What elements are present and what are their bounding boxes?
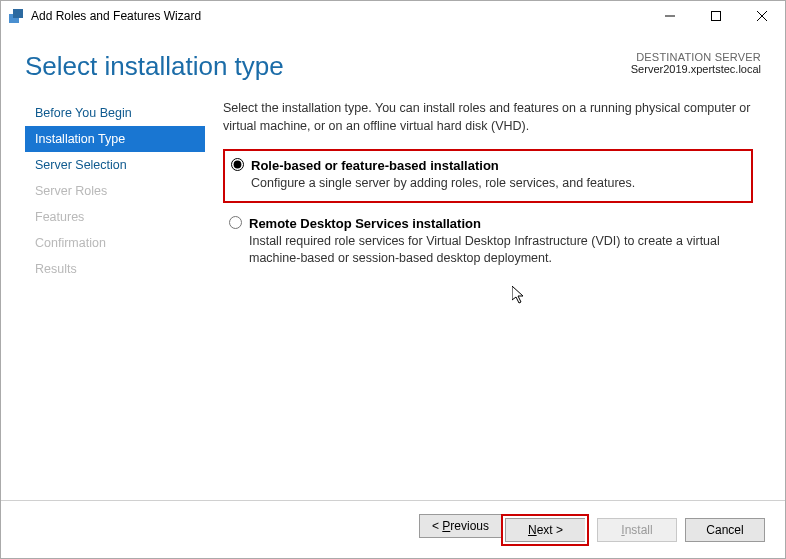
footer: < Previous Next > Install Cancel [1,500,785,558]
destination-server: Server2019.xpertstec.local [631,63,761,75]
destination-info: DESTINATION SERVER Server2019.xpertstec.… [631,51,761,75]
destination-label: DESTINATION SERVER [631,51,761,63]
option-desc: Configure a single server by adding role… [251,175,741,193]
option-desc: Install required role services for Virtu… [249,233,743,268]
sidebar: Before You Begin Installation Type Serve… [25,94,205,500]
intro-text: Select the installation type. You can in… [223,100,753,135]
install-button: Install [597,518,677,542]
titlebar: Add Roles and Features Wizard [1,1,785,31]
option-title: Remote Desktop Services installation [249,215,743,233]
wizard-window: Add Roles and Features Wizard Select ins… [0,0,786,559]
sidebar-item-installation-type[interactable]: Installation Type [25,126,205,152]
svg-rect-3 [712,12,721,21]
option-title: Role-based or feature-based installation [251,157,741,175]
option-text: Role-based or feature-based installation… [251,157,741,193]
radio-remote-desktop[interactable] [229,216,242,229]
sidebar-item-server-roles: Server Roles [25,178,205,204]
radio-role-based[interactable] [231,158,244,171]
sidebar-item-before-you-begin[interactable]: Before You Begin [25,100,205,126]
sidebar-item-server-selection[interactable]: Server Selection [25,152,205,178]
next-button-highlight: Next > [501,514,589,546]
option-role-based[interactable]: Role-based or feature-based installation… [223,149,753,203]
page-title: Select installation type [25,51,631,82]
cursor-icon [512,286,528,306]
sidebar-item-features: Features [25,204,205,230]
next-button[interactable]: Next > [505,518,585,542]
radio-col [229,215,249,235]
sidebar-item-results: Results [25,256,205,282]
minimize-button[interactable] [647,1,693,31]
body: Before You Begin Installation Type Serve… [1,94,785,500]
previous-button[interactable]: < Previous [419,514,501,538]
nav-button-group: < Previous Next > [419,514,589,546]
header: Select installation type DESTINATION SER… [1,31,785,94]
maximize-button[interactable] [693,1,739,31]
app-icon [9,8,25,24]
radio-col [231,157,251,177]
option-remote-desktop[interactable]: Remote Desktop Services installation Ins… [223,209,753,276]
window-title: Add Roles and Features Wizard [31,9,647,23]
option-text: Remote Desktop Services installation Ins… [249,215,743,268]
close-button[interactable] [739,1,785,31]
sidebar-item-confirmation: Confirmation [25,230,205,256]
content: Select the installation type. You can in… [205,94,761,500]
svg-rect-1 [13,9,23,18]
cancel-button[interactable]: Cancel [685,518,765,542]
